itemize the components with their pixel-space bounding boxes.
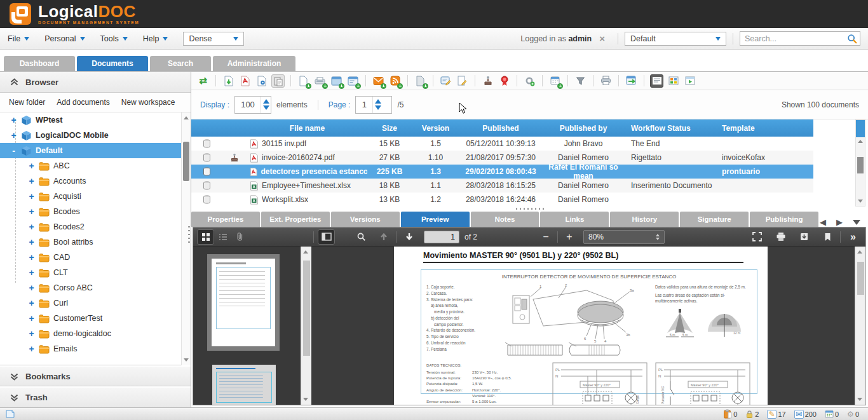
tree-item-emails[interactable]: +Emails <box>0 341 191 356</box>
print-icon[interactable] <box>599 74 613 88</box>
thumbnails-view-icon[interactable] <box>197 229 214 245</box>
step-up-icon[interactable] <box>375 99 381 104</box>
global-search[interactable] <box>740 31 860 46</box>
tree-scrollbar[interactable] <box>181 112 191 365</box>
document-settings-icon[interactable] <box>255 74 268 88</box>
refresh-icon[interactable]: ⇄ <box>196 74 210 88</box>
viewer-scrollbar[interactable] <box>855 247 865 405</box>
scrollbar-thumb[interactable] <box>857 262 864 295</box>
viewer-print-icon[interactable] <box>772 229 789 245</box>
collapse-up-icon[interactable] <box>10 78 18 86</box>
find-in-document-icon[interactable] <box>353 229 370 245</box>
tree-item-wptest[interactable]: + WPtest <box>0 112 191 128</box>
tab-ext-properties[interactable]: Ext. Properties <box>261 212 330 227</box>
col-published-by[interactable]: Published by <box>542 124 625 133</box>
previous-page-icon[interactable] <box>375 229 392 245</box>
tab-properties[interactable]: Properties <box>191 212 260 227</box>
expand-icon[interactable]: + <box>28 222 35 231</box>
tab-signature[interactable]: Signature <box>680 212 749 227</box>
expand-icon[interactable]: + <box>28 161 35 170</box>
page-input[interactable] <box>356 97 372 113</box>
tree-item-demo-logicaldoc[interactable]: +demo-logicaldoc <box>0 326 191 341</box>
scroll-down-icon[interactable] <box>184 358 189 362</box>
zoom-in-icon[interactable]: + <box>562 231 577 243</box>
trash-section-header[interactable]: Trash <box>0 386 191 407</box>
expand-icon[interactable]: + <box>10 116 17 125</box>
tree-item-abc[interactable]: +ABC <box>0 158 191 173</box>
col-workflow-status[interactable]: Workflow Status <box>625 124 717 133</box>
collapse-icon[interactable]: - <box>10 146 17 155</box>
scroll-down-icon[interactable] <box>858 200 863 203</box>
next-page-icon[interactable] <box>400 229 417 245</box>
scroll-down-icon[interactable] <box>857 398 862 401</box>
scroll-down-icon[interactable] <box>303 398 308 401</box>
density-select[interactable]: Dense <box>183 32 244 46</box>
menu-tools[interactable]: Tools <box>100 34 128 43</box>
expand-down-icon[interactable] <box>10 373 18 381</box>
grid-scrollbar[interactable] <box>855 119 865 207</box>
expand-icon[interactable]: + <box>10 131 17 140</box>
menu-file[interactable]: File <box>8 34 29 43</box>
tree-item-bcodes[interactable]: +Bcodes <box>0 204 191 219</box>
tab-administration[interactable]: Administration <box>213 56 295 71</box>
browser-section-header[interactable]: Browser <box>0 72 191 93</box>
expand-icon[interactable]: + <box>28 177 35 186</box>
edit-document-icon[interactable] <box>456 74 469 88</box>
add-browser-document-icon[interactable] <box>330 74 343 88</box>
tab-history[interactable]: History <box>610 212 679 227</box>
clipboard-paste-icon[interactable] <box>271 74 285 88</box>
add-document-icon[interactable] <box>297 74 310 88</box>
view-slideshow-icon[interactable] <box>683 74 696 88</box>
email-add-icon[interactable] <box>372 74 385 88</box>
tree-item-customertest[interactable]: +CustomerTest <box>0 311 191 326</box>
panel-collapse-icon[interactable] <box>853 220 860 225</box>
edit-metadata-icon[interactable] <box>439 74 452 88</box>
expand-icon[interactable]: + <box>28 268 35 277</box>
expand-icon[interactable]: + <box>28 283 35 292</box>
tab-preview[interactable]: Preview <box>401 212 470 227</box>
start-workflow-icon[interactable] <box>523 74 536 88</box>
tree-item-acquisti[interactable]: +Acquisti <box>0 189 191 204</box>
bookmark-icon[interactable] <box>819 229 836 245</box>
new-folder-button[interactable]: New folder <box>9 98 45 107</box>
scrollbar-thumb[interactable] <box>183 142 189 181</box>
zoom-level-select[interactable]: 80% <box>583 230 665 244</box>
messages-count[interactable]: ✉ 200 <box>794 410 817 419</box>
tab-documents[interactable]: Documents <box>77 56 148 71</box>
attachments-icon[interactable] <box>231 229 248 245</box>
tab-scroll-left-icon[interactable]: ◀ <box>820 217 826 227</box>
tab-search[interactable]: Search <box>150 56 211 71</box>
expand-icon[interactable]: + <box>28 299 35 308</box>
tree-item-corso-abc[interactable]: +Corso ABC <box>0 280 191 295</box>
display-count-stepper[interactable] <box>234 96 271 114</box>
fullscreen-icon[interactable] <box>749 229 766 245</box>
col-template[interactable]: Template <box>717 124 813 133</box>
scroll-up-icon[interactable] <box>303 250 308 254</box>
checked-out-count[interactable]: ✎ 17 <box>767 410 785 419</box>
expand-icon[interactable]: + <box>28 314 35 323</box>
tree-item-clt[interactable]: +CLT <box>0 265 191 280</box>
viewer-download-icon[interactable] <box>796 229 813 245</box>
add-calendar-event-icon[interactable] <box>548 74 562 88</box>
col-size[interactable]: Size <box>367 124 412 133</box>
menu-help[interactable]: Help <box>143 34 168 43</box>
page-thumbnail-1-selected[interactable] <box>207 254 280 351</box>
stamp-icon[interactable] <box>481 74 494 88</box>
workspace-select[interactable]: Default <box>625 32 726 46</box>
step-down-icon[interactable] <box>263 105 269 110</box>
col-file-name[interactable]: File name <box>247 124 367 133</box>
pdf-canvas[interactable]: Movimiento MASTER 90° (9501 BL) y 220° (… <box>311 247 865 405</box>
workflows-count[interactable]: ⚙ 0 <box>847 410 859 419</box>
pdf-export-icon[interactable] <box>238 74 252 88</box>
signature-seal-icon[interactable] <box>498 74 511 88</box>
step-up-icon[interactable] <box>263 99 269 104</box>
tree-item-curl[interactable]: +Curl <box>0 295 191 311</box>
menu-personal[interactable]: Personal <box>44 34 85 43</box>
tab-publishing[interactable]: Publishing <box>750 212 818 227</box>
expand-icon[interactable]: + <box>28 192 35 201</box>
tab-notes[interactable]: Notes <box>471 212 539 227</box>
col-published[interactable]: Published <box>459 124 542 133</box>
view-list-icon[interactable] <box>650 74 663 88</box>
scroll-up-icon[interactable] <box>857 250 862 254</box>
tab-versions[interactable]: Versions <box>331 212 400 227</box>
